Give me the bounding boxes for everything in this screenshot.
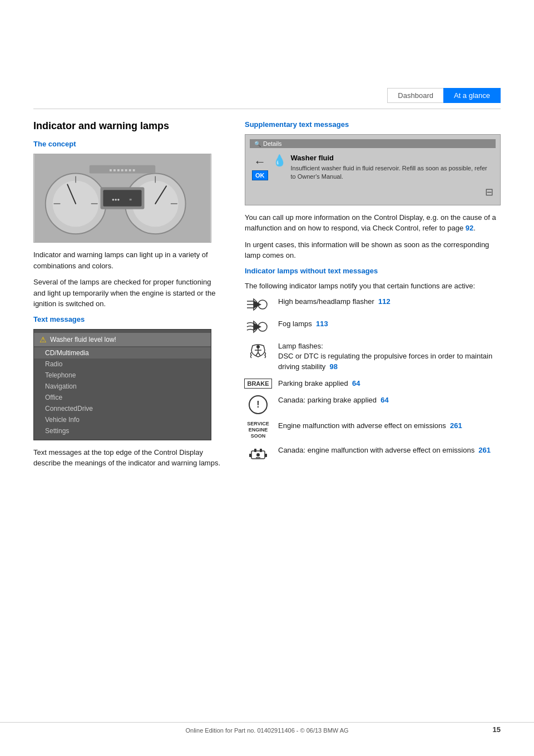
indicator-table: High beams/headlamp flasher 112 [245,297,501,463]
display-image: 🔍 Details ← OK 💧 Washer fluid Insufficie… [245,134,501,205]
display-desc: Insufficient washer fluid in fluid reser… [291,164,494,181]
indicator-lamps-title: Indicator lamps without text messages [245,267,501,275]
indicator-text-foglamp: Fog lamps 113 [278,319,501,329]
svg-point-34 [256,453,260,456]
display-content-row: ← OK 💧 Washer fluid Insufficient washer … [250,151,496,184]
indicator-text-dsc: Lamp flashes:DSC or DTC is regulating th… [278,341,501,372]
right-column: Supplementary text messages 🔍 Details ← … [245,120,501,474]
highbeam-icon [245,297,271,312]
menu-item-2: Telephone [34,370,211,381]
indicator-text-canada-engine: Canada: engine malfunction with adverse … [278,445,501,455]
svg-rect-30 [249,454,251,457]
ok-badge: OK [252,170,268,180]
indicator-row-service: SERVICEENGINESOON Engine malfunction wit… [245,421,501,439]
right-para1: You can call up more information on the … [245,212,501,234]
display-title-bar: 🔍 Details [250,139,496,148]
display-label: Washer fluid [291,154,494,162]
indicator-row-highbeam: High beams/headlamp flasher 112 [245,297,501,312]
indicator-row-brake: BRAKE Parking brake applied 64 [245,379,501,389]
service-engine-icon: SERVICEENGINESOON [245,421,271,439]
svg-point-24 [256,345,260,348]
indicator-intro: The following indicator lamps notify you… [245,281,501,292]
brake-label: BRAKE [244,379,271,389]
tab-ataglance[interactable]: At a glance [443,88,501,103]
indicator-text-highbeam: High beams/headlamp flasher 112 [278,297,501,307]
text-messages-title: Text messages [33,315,222,323]
details-icon: 🔍 [254,141,261,147]
menu-item-7: Settings [34,425,211,436]
page-footer: Online Edition for Part no. 01402911406 … [0,722,534,734]
svg-text:■ ■ ■ ■ ■ ■ ■: ■ ■ ■ ■ ■ ■ ■ [110,168,136,173]
display-text-area: Washer fluid Insufficient washer fluid i… [291,154,494,181]
svg-text:≡: ≡ [130,197,132,202]
menu-item-0: CD/Multimedia [34,347,211,359]
indicator-text-canada-parking: Canada: parking brake applied 64 [278,395,501,405]
svg-rect-33 [260,449,262,452]
menu-header: ⚠ Washer fluid level low! [34,333,211,346]
menu-item-6: Vehicle Info [34,414,211,425]
dsc-icon [245,341,271,364]
supplementary-title: Supplementary text messages [245,120,501,129]
warning-icon: ⚠ [39,335,47,344]
menu-item-3: Navigation [34,381,211,392]
page-number: 15 [493,725,501,734]
dashboard-image: ●●● ≡ ■ ■ ■ ■ ■ ■ ■ [33,154,211,243]
canada-parking-icon: ! [245,395,271,414]
concept-para1: Indicator and warning lamps can light up… [33,249,222,271]
menu-header-text: Washer fluid level low! [50,336,116,343]
menu-item-1: Radio [34,359,211,370]
top-navigation: Dashboard At a glance [387,88,501,103]
tab-dashboard[interactable]: Dashboard [387,88,443,103]
svg-line-28 [258,352,260,356]
service-text-icon: SERVICEENGINESOON [247,421,269,439]
svg-line-27 [256,352,258,356]
text-messages-menu-image: ⚠ Washer fluid level low! CD/Multimedia … [33,329,211,440]
svg-rect-14 [103,190,141,207]
display-footer: ⊟ [250,184,496,200]
indicator-row-canada-engine: Canada: engine malfunction with adverse … [245,445,501,463]
left-column: Indicator and warning lamps The concept [33,120,222,474]
display-footer-icon: ⊟ [485,186,493,198]
indicator-text-service: Engine malfunction with adverse effect o… [278,421,501,431]
washer-fluid-icon: 💧 [273,154,286,167]
top-divider [33,109,501,109]
indicator-row-dsc: Lamp flashes:DSC or DTC is regulating th… [245,341,501,372]
concept-para2: Several of the lamps are checked for pro… [33,277,222,310]
main-content: Indicator and warning lamps The concept [33,109,501,700]
indicator-row-foglamp: Fog lamps 113 [245,319,501,335]
svg-rect-32 [254,449,256,452]
columns-layout: Indicator and warning lamps The concept [33,120,501,474]
indicator-text-brake: Parking brake applied 64 [278,379,501,389]
svg-text:●●●: ●●● [112,197,120,202]
section-title: Indicator and warning lamps [33,120,222,132]
indicator-row-canada-parking: ! Canada: parking brake applied 64 [245,395,501,414]
display-title: Details [263,140,282,147]
right-para2: In urgent cases, this information will b… [245,239,501,261]
footer-text: Online Edition for Part no. 01402911406 … [185,727,348,734]
svg-rect-31 [265,454,267,457]
menu-item-5: ConnectedDrive [34,403,211,414]
canada-engine-icon [245,445,271,463]
concept-title: The concept [33,140,222,148]
text-messages-para: Text messages at the top edge of the Con… [33,447,222,469]
menu-item-4: Office [34,392,211,403]
para1-ref: 92 [466,224,473,232]
parking-circle-icon: ! [249,395,268,414]
brake-text-icon: BRAKE [245,379,271,389]
foglamp-icon [245,319,271,335]
